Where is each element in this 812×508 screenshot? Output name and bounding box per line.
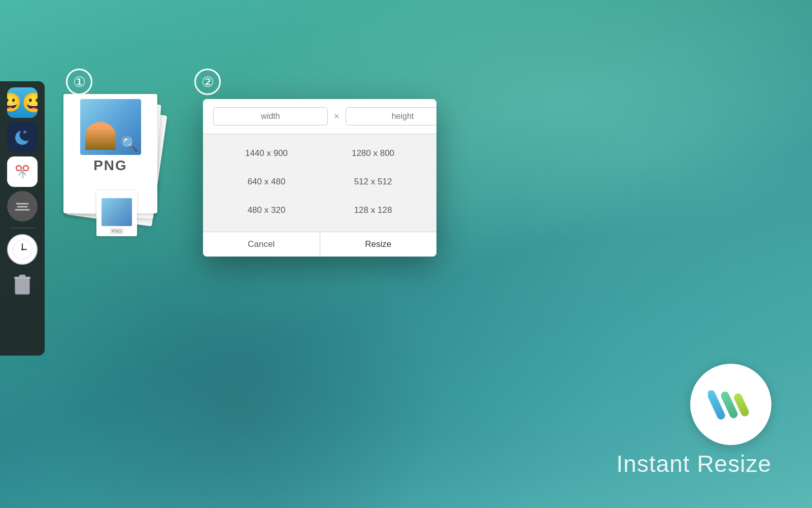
dock-item-clock[interactable] [7,234,38,265]
dock-item-lines[interactable] [7,191,38,221]
file-small-label: PNG [110,228,123,234]
clock-icon [12,239,33,260]
svg-point-1 [16,166,21,171]
resize-button[interactable]: Resize [320,232,437,257]
size-row-3: 480 x 320 128 x 128 [203,196,436,225]
dialog-header: × [203,99,436,134]
scissors-icon [13,162,32,181]
size-row-2: 640 x 480 512 x 512 [203,168,436,196]
size-option-128x128[interactable]: 128 x 128 [320,201,426,219]
svg-point-12 [21,248,23,250]
size-row-1: 1440 x 900 1280 x 800 [203,139,436,168]
app-logo-circle [690,364,771,445]
step2-label: ② [201,74,214,90]
app-logo-svg [708,382,754,427]
png-files-stack: PNG PNG [56,89,167,236]
moon-icon [13,128,32,147]
svg-point-2 [23,166,28,171]
dock-item-trash[interactable] [7,269,38,299]
cancel-button[interactable]: Cancel [203,232,320,257]
step2-indicator: ② [194,69,221,95]
dialog-body: 1440 x 900 1280 x 800 640 x 480 512 x 51… [203,134,436,230]
dock-item-moon[interactable] [7,122,38,152]
lines-icon [13,197,32,216]
size-option-512x512[interactable]: 512 x 512 [320,173,426,191]
trash-icon [12,273,32,295]
dialog-footer: Cancel Resize [203,232,436,257]
size-option-1440x900[interactable]: 1440 x 900 [213,144,320,163]
file-label-png: PNG [93,157,127,174]
times-symbol: × [332,111,342,122]
dock-item-finder[interactable]: 😀 [7,87,38,118]
size-option-1280x800[interactable]: 1280 x 800 [320,144,426,163]
size-option-640x480[interactable]: 640 x 480 [213,173,320,191]
app-name: Instant Resize [617,450,771,478]
svg-point-0 [23,131,26,134]
svg-rect-15 [19,275,25,277]
width-input[interactable] [213,107,328,125]
app-icon-inner [708,382,754,427]
size-option-480x320[interactable]: 480 x 320 [213,201,320,219]
app-logo-container: Instant Resize [617,364,771,478]
file-photo [80,99,141,155]
height-input[interactable] [346,107,436,125]
dock: 😀 [0,81,45,356]
resize-dialog: × 1440 x 900 1280 x 800 640 x 480 512 x … [203,99,436,257]
dock-divider [10,228,35,228]
dock-item-scissors[interactable] [7,156,38,187]
file-small: PNG [96,190,137,236]
step1-label: ① [73,74,86,90]
finder-icon: 😀 [22,91,38,114]
